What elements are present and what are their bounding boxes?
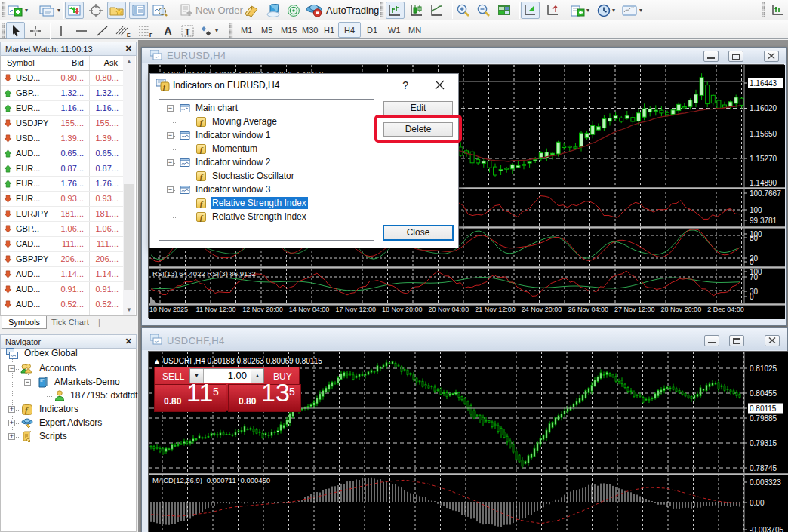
svg-text:0.00: 0.00 [750, 499, 765, 507]
svg-text:17 Nov 12:00: 17 Nov 12:00 [335, 306, 376, 313]
svg-text:▲ USDCHF,H4 0.80188 0.80263 0: ▲ USDCHF,H4 0.80188 0.80263 0.80069 0.80… [153, 357, 322, 365]
svg-text:2 Dec 04:00: 2 Dec 04:00 [707, 306, 744, 313]
svg-text:RSI(13) 64.4022 RSI(3) 86.913: RSI(13) 64.4022 RSI(3) 86.9132 [152, 269, 256, 278]
svg-text:0.80115: 0.80115 [750, 404, 777, 413]
svg-text:1.15270: 1.15270 [750, 155, 777, 163]
svg-text:E: E [127, 32, 131, 38]
svg-text:11 Nov 12:00: 11 Nov 12:00 [196, 306, 236, 313]
svg-text:100.7667: 100.7667 [750, 189, 781, 198]
svg-text:MACD(12,26,9) -0.000711 -0.000: MACD(12,26,9) -0.000711 -0.000450 [152, 476, 270, 484]
svg-text:0.78745: 0.78745 [750, 464, 777, 472]
svg-text:26 Nov 04:00: 26 Nov 04:00 [568, 306, 608, 313]
svg-text:21 Nov 12:00: 21 Nov 12:00 [475, 306, 516, 313]
svg-text:20 Nov 04:00: 20 Nov 04:00 [429, 306, 469, 313]
svg-text:T: T [185, 26, 190, 35]
svg-text:80: 80 [750, 234, 759, 242]
svg-text:0.79315: 0.79315 [750, 439, 777, 447]
svg-text:0.81025: 0.81025 [750, 364, 777, 373]
svg-text:1.16020: 1.16020 [750, 104, 777, 112]
svg-text:1.15650: 1.15650 [750, 130, 777, 138]
svg-text:0.79885: 0.79885 [750, 414, 777, 423]
svg-text:-0.003705: -0.003705 [750, 526, 783, 532]
svg-text:100: 100 [750, 206, 762, 214]
svg-text:10 Nov 2025: 10 Nov 2025 [149, 306, 188, 313]
svg-text:0.80455: 0.80455 [750, 389, 777, 398]
svg-text:12 Nov 20:00: 12 Nov 20:00 [242, 306, 283, 313]
svg-text:0: 0 [750, 258, 754, 266]
svg-text:27 Nov 12:00: 27 Nov 12:00 [614, 306, 655, 313]
svg-text:F: F [149, 32, 153, 38]
svg-text:18 Nov 20:00: 18 Nov 20:00 [382, 306, 423, 313]
svg-text:24 Nov 20:00: 24 Nov 20:00 [522, 306, 562, 313]
svg-text:1.14890: 1.14890 [750, 179, 777, 187]
svg-text:14 Nov 04:00: 14 Nov 04:00 [289, 306, 330, 313]
svg-text:70: 70 [750, 273, 759, 281]
svg-text:0: 0 [750, 293, 754, 301]
svg-text:28 Nov 20:00: 28 Nov 20:00 [661, 306, 702, 313]
svg-text:1.16443: 1.16443 [750, 79, 777, 88]
svg-text:0.003323: 0.003323 [750, 478, 781, 487]
svg-text:99.3781: 99.3781 [750, 217, 777, 225]
